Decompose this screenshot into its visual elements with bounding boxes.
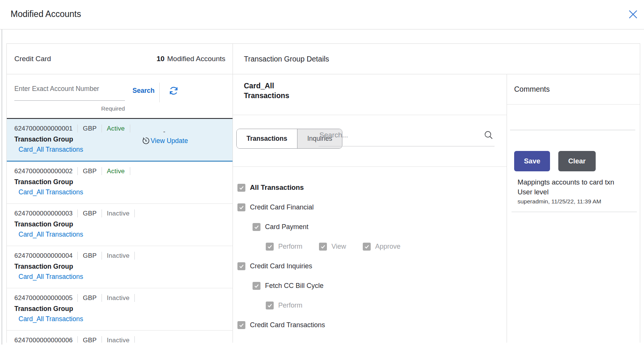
account-status: Inactive	[107, 294, 129, 302]
tree-row: Perform	[237, 302, 507, 309]
checkbox-checked[interactable]	[237, 184, 245, 192]
view-update-link[interactable]: View Update	[141, 136, 188, 145]
tree-row: Card Payment	[237, 223, 507, 231]
account-summary-row: 6247000000000001 GBP Active	[14, 125, 233, 132]
checkbox-checked[interactable]	[266, 302, 274, 309]
account-search-section: Required Search	[7, 74, 233, 118]
account-list-item[interactable]: 6247000000000003 GBP Inactive Transactio…	[7, 204, 233, 246]
account-number: 6247000000000001	[14, 125, 72, 132]
transaction-tree: All Transactions Credit Card Financial C…	[233, 167, 507, 329]
transaction-group-label: Transaction Group	[14, 178, 233, 186]
account-number-input[interactable]	[14, 85, 125, 101]
comment-meta: superadmin, 11/25/22, 11:39 AM	[518, 198, 637, 205]
checkbox-label: Fetch CC Bill Cycle	[265, 282, 324, 290]
comment-input[interactable]	[510, 105, 635, 130]
details-controls: Transactions Inquiries	[233, 115, 507, 167]
view-update-label: View Update	[151, 137, 188, 145]
transaction-group-label: Transaction Group	[14, 305, 233, 313]
search-divider	[159, 83, 160, 102]
checkbox-checked[interactable]	[237, 203, 245, 211]
comment-entry: Mappingts accounts to card txn User leve…	[512, 177, 637, 212]
account-type-header: Credit Card 10Modified Accounts	[7, 44, 233, 74]
transaction-group-link[interactable]: Card_All Transactions	[18, 315, 83, 323]
close-icon[interactable]	[627, 9, 639, 20]
checkbox-checked[interactable]	[319, 243, 327, 251]
account-currency: GBP	[83, 125, 97, 132]
checkbox-checked[interactable]	[253, 282, 260, 290]
checkbox-label: Perform	[278, 302, 302, 309]
checkbox-checked[interactable]	[363, 243, 371, 251]
account-list-item[interactable]: 6247000000000006 GBP Inactive	[7, 331, 233, 343]
separator	[134, 252, 135, 260]
separator	[134, 336, 135, 343]
tree-row: Credit Card Financial	[237, 203, 507, 211]
transaction-group-label: Transaction Group	[14, 263, 233, 271]
separator	[130, 125, 130, 132]
account-summary-row: 6247000000000004 GBP Inactive	[14, 252, 233, 260]
account-list-item[interactable]: 6247000000000005 GBP Inactive Transactio…	[7, 288, 233, 331]
group-name-cell: Card_All Transactions	[233, 74, 507, 115]
comment-input-area	[510, 105, 635, 130]
account-status: Active	[107, 168, 125, 175]
count-label: Modified Accounts	[167, 55, 225, 63]
tab-transactions[interactable]: Transactions	[237, 129, 297, 148]
refresh-icon[interactable]	[167, 84, 180, 98]
checkbox-label: Credit Card Financial	[250, 203, 314, 211]
required-hint: Required	[14, 105, 125, 112]
modal-header: Modified Accounts	[0, 0, 644, 29]
account-status: Inactive	[107, 252, 129, 260]
transaction-group-link[interactable]: Card_All Transactions	[18, 273, 83, 281]
separator	[102, 125, 102, 132]
transaction-search-input[interactable]	[319, 130, 477, 146]
account-list-item[interactable]: 6247000000000004 GBP Inactive Transactio…	[7, 246, 233, 288]
card-header: Credit Card 10Modified Accounts Transact…	[7, 44, 640, 74]
approval-status: -	[156, 128, 173, 135]
details-panel-title: Transaction Group Details	[233, 44, 640, 74]
tree-row: Fetch CC Bill Cycle	[237, 282, 507, 290]
account-currency: GBP	[83, 252, 97, 260]
separator	[77, 252, 78, 260]
search-button[interactable]: Search	[132, 87, 154, 95]
tree-row: Perform View Approve	[237, 243, 507, 251]
separator	[134, 294, 135, 302]
transaction-group-panel: Card_All Transactions Transactions Inqui…	[233, 74, 507, 343]
save-button[interactable]: Save	[514, 151, 550, 171]
modal-title: Modified Accounts	[11, 9, 81, 19]
account-list: 6247000000000001 GBP Active Transaction …	[7, 118, 233, 343]
account-number: 6247000000000002	[14, 168, 72, 175]
transaction-group-link[interactable]: Card_All Transactions	[18, 188, 83, 196]
separator	[77, 125, 78, 132]
account-currency: GBP	[83, 210, 97, 217]
separator	[77, 209, 78, 217]
checkbox-checked[interactable]	[266, 243, 274, 251]
checkbox-label: Card Payment	[265, 223, 308, 231]
checkbox-label: Approve	[375, 243, 401, 251]
checkbox-label: Credit Card Transactions	[250, 321, 325, 329]
account-summary-row: 6247000000000005 GBP Inactive	[14, 294, 233, 302]
account-currency: GBP	[83, 294, 97, 302]
comment-history: Mappingts accounts to card txn User leve…	[512, 177, 637, 212]
comment-text: Mappingts accounts to card txn User leve…	[518, 177, 615, 197]
transaction-group-link[interactable]: Card_All Transactions	[18, 146, 83, 154]
checkbox-label: View	[331, 243, 346, 251]
clear-button[interactable]: Clear	[558, 151, 595, 171]
modified-accounts-count: 10Modified Accounts	[157, 55, 225, 63]
transaction-search	[319, 130, 495, 146]
separator	[77, 336, 78, 343]
account-list-item[interactable]: 6247000000000001 GBP Active Transaction …	[7, 118, 233, 162]
separator	[77, 294, 78, 302]
separator	[77, 167, 78, 175]
account-currency: GBP	[83, 337, 97, 343]
separator	[102, 336, 102, 343]
checkbox-checked[interactable]	[253, 223, 260, 231]
checkbox-checked[interactable]	[237, 321, 245, 329]
checkbox-label: Perform	[278, 243, 302, 251]
account-currency: GBP	[83, 168, 97, 175]
separator	[102, 167, 102, 175]
account-number: 6247000000000004	[14, 252, 72, 260]
transaction-group-link[interactable]: Card_All Transactions	[18, 231, 83, 239]
account-list-item[interactable]: 6247000000000002 GBP Active Transaction …	[7, 162, 233, 204]
count-value: 10	[157, 55, 165, 63]
checkbox-checked[interactable]	[237, 262, 245, 270]
transaction-group-label: Transaction Group	[14, 135, 233, 143]
